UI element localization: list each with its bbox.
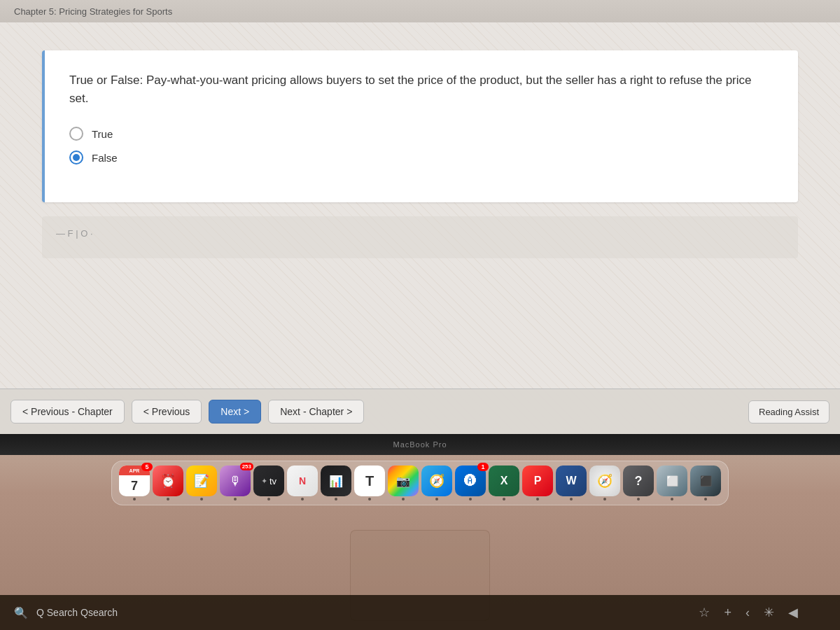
podcasts-badge: 253 — [240, 463, 253, 470]
screen-bezel: MacBook Pro — [0, 434, 840, 455]
appletv-icon: ✦tv — [253, 465, 284, 496]
plus-icon: + — [724, 606, 732, 620]
reminders-icon: ⏰ — [153, 465, 183, 496]
podcasts-icon: 🎙 253 — [220, 465, 251, 496]
secondary-content: — F | O · — [42, 216, 798, 258]
chapter-header: Chapter 5: Pricing Strategies for Sports — [0, 0, 840, 22]
main-content-area: Chapter 5: Pricing Strategies for Sports… — [0, 0, 840, 434]
macbook-label: MacBook Pro — [393, 440, 447, 449]
next-chapter-button[interactable]: Next - Chapter > — [268, 400, 364, 424]
prev-chapter-button[interactable]: < Previous - Chapter — [10, 400, 125, 424]
volume-icon: ◀ — [788, 605, 798, 620]
dock-item-excel[interactable]: X — [489, 465, 519, 500]
stocks-icon: 📊 — [321, 465, 351, 496]
bottom-controls: ☆ + ‹ ✳ ◀ — [699, 605, 798, 620]
appstore-icon: 🅐 1 — [455, 465, 486, 496]
powerpoint-icon: P — [522, 465, 553, 496]
content-area: True or False: Pay-what-you-want pricing… — [0, 50, 840, 258]
dock-container: APR 7 5 ⏰ 📝 🎙 253 — [0, 461, 840, 505]
search-magnifier-icon: 🔍 — [14, 606, 28, 620]
finder-icon: ⬜ — [657, 465, 687, 496]
chapter-title: Chapter 5: Pricing Strategies for Sports — [14, 6, 172, 17]
navigation-bar: < Previous - Chapter < Previous Next > N… — [0, 388, 840, 434]
option-true[interactable]: True — [69, 127, 774, 141]
option-false-label: False — [92, 152, 118, 164]
secondary-text: — F | O · — [56, 228, 93, 239]
dock-item-calendar[interactable]: APR 7 5 — [119, 465, 150, 500]
dock-item-powerpoint[interactable]: P — [522, 465, 553, 500]
calendar-badge: 5 — [141, 463, 153, 471]
macbook-body: MacBook Pro APR 7 5 ⏰ — [0, 434, 840, 630]
question-text: True or False: Pay-what-you-want pricing… — [69, 71, 774, 107]
dock-item-unknown[interactable]: ⬛ — [690, 465, 721, 500]
question-card: True or False: Pay-what-you-want pricing… — [42, 50, 798, 202]
dock-item-reminders[interactable]: ⏰ — [153, 465, 183, 500]
bottom-search-bar: 🔍 Q Search Qsearch ☆ + ‹ ✳ ◀ — [0, 595, 840, 630]
dock-item-maps[interactable]: 🧭 — [421, 465, 452, 500]
radio-true[interactable] — [69, 127, 83, 141]
reading-assist-button[interactable]: Reading Assist — [748, 400, 830, 424]
dock-item-photos[interactable]: 📷 — [388, 465, 419, 500]
dock-item-stocks[interactable]: 📊 — [321, 465, 351, 500]
option-false[interactable]: False — [69, 150, 774, 164]
dock: APR 7 5 ⏰ 📝 🎙 253 — [111, 461, 729, 505]
photos-icon: 📷 — [388, 465, 419, 496]
notes-icon: 📝 — [186, 465, 217, 496]
option-true-label: True — [92, 128, 113, 140]
dock-item-podcasts[interactable]: 🎙 253 — [220, 465, 251, 500]
next-button[interactable]: Next > — [209, 400, 261, 424]
fontbook-icon: T — [354, 465, 385, 496]
excel-icon: X — [489, 465, 519, 496]
news-icon: N — [287, 465, 318, 496]
dock-item-appstore[interactable]: 🅐 1 — [455, 465, 486, 500]
unknown-icon: ⬛ — [690, 465, 721, 496]
dock-item-safari[interactable]: 🧭 — [589, 465, 620, 500]
prev-button[interactable]: < Previous — [132, 400, 202, 424]
dock-item-word[interactable]: W — [556, 465, 587, 500]
calendar-dot — [133, 498, 136, 500]
dock-item-help[interactable]: ? — [623, 465, 654, 500]
star-icon: ☆ — [699, 605, 710, 620]
chevron-left-icon: ‹ — [746, 606, 750, 620]
word-icon: W — [556, 465, 587, 496]
help-icon: ? — [623, 465, 654, 496]
dock-item-notes[interactable]: 📝 — [186, 465, 217, 500]
settings-icon: ✳ — [764, 605, 774, 620]
dock-item-news[interactable]: N — [287, 465, 318, 500]
appstore-badge: 1 — [477, 463, 489, 471]
dock-item-fontbook[interactable]: T — [354, 465, 385, 500]
dock-item-finder[interactable]: ⬜ — [657, 465, 687, 500]
calendar-icon: APR 7 5 — [119, 465, 150, 496]
radio-false[interactable] — [69, 150, 83, 164]
dock-item-appletv[interactable]: ✦tv — [253, 465, 284, 500]
search-bar-text[interactable]: Q Search Qsearch — [36, 607, 118, 618]
safari-icon: 🧭 — [589, 465, 620, 496]
maps-icon: 🧭 — [421, 465, 452, 496]
